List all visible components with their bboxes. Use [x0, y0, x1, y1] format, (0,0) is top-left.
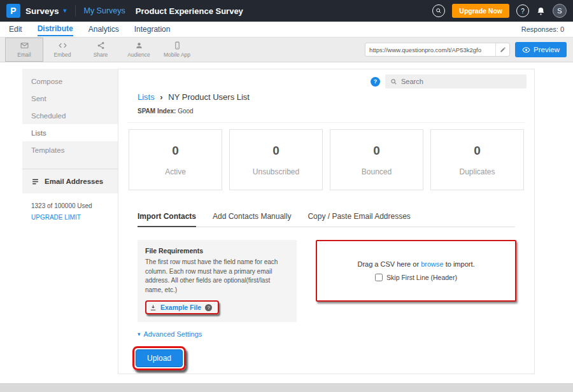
stat-card-active: 0 Active [129, 129, 222, 190]
channel-share[interactable]: Share [81, 38, 120, 62]
preview-label: Preview [534, 46, 560, 53]
sidebar-item-templates[interactable]: Templates [22, 141, 118, 158]
advanced-settings-link[interactable]: ▾ Advanced Settings [138, 330, 202, 338]
csv-dropzone[interactable]: Drag a CSV here or browse to import. Ski… [316, 240, 516, 302]
header-actions: Upgrade Now ? S [432, 4, 567, 18]
tab-copy-paste-email-addresses[interactable]: Copy / Paste Email Addresses [308, 212, 410, 227]
stat-card-bounced: 0 Bounced [330, 129, 423, 190]
tab-edit[interactable]: Edit [9, 23, 22, 36]
chevron-down-icon: ▼ [62, 8, 68, 14]
channel-email-label: Email [17, 52, 31, 58]
tab-distribute[interactable]: Distribute [38, 22, 73, 36]
content-area: Compose Sent Scheduled Lists Templates E… [0, 62, 573, 383]
download-icon [150, 304, 157, 311]
stat-card-unsubscribed: 0 Unsubscribed [229, 129, 323, 190]
channel-embed-label: Embed [54, 52, 71, 58]
breadcrumb-separator: › [160, 92, 162, 102]
dropzone-text-suffix: to import. [446, 260, 475, 268]
my-surveys-link[interactable]: My Surveys [83, 6, 125, 15]
sidebar-item-lists[interactable]: Lists [22, 124, 118, 141]
survey-nav: Edit Distribute Analytics Integration Re… [0, 22, 573, 37]
brand-logo[interactable]: P [6, 4, 20, 18]
list-lines-icon [31, 178, 39, 186]
stats-row: 0 Active 0 Unsubscribed 0 Bounced 0 Dupl… [127, 122, 525, 197]
channel-audience[interactable]: Audience [120, 38, 158, 62]
panel-top-bar: ? [118, 69, 534, 88]
top-header: P Surveys ▼ My Surveys Product Experienc… [0, 0, 573, 22]
notifications-bell-icon[interactable] [536, 6, 546, 16]
spam-index: SPAM Index: Good [138, 108, 534, 115]
tab-integration[interactable]: Integration [134, 23, 171, 36]
survey-url-box[interactable] [365, 43, 510, 57]
embed-code-icon [59, 41, 67, 50]
usage-text: 1323 of 100000 Used [31, 202, 118, 209]
breadcrumb-current-list: NY Product Users List [168, 92, 250, 102]
email-icon [20, 41, 29, 50]
dropzone-instructions: Drag a CSV here or browse to import. [357, 260, 474, 268]
channel-embed[interactable]: Embed [43, 38, 81, 62]
stat-card-duplicates: 0 Duplicates [430, 129, 524, 190]
audience-person-icon [135, 41, 143, 50]
stat-value: 0 [373, 144, 380, 158]
survey-url-field[interactable] [365, 46, 495, 53]
panel-help-button[interactable]: ? [371, 77, 380, 87]
example-file-help-icon[interactable]: ? [205, 304, 212, 311]
tab-import-contacts[interactable]: Import Contacts [138, 212, 196, 227]
caret-down-icon: ▾ [138, 331, 141, 337]
channel-email[interactable]: Email [5, 38, 43, 62]
sidebar-item-sent[interactable]: Sent [22, 90, 118, 107]
channel-mobile-app[interactable]: Mobile App [158, 38, 196, 62]
help-icon: ? [374, 78, 378, 85]
stat-value: 0 [474, 144, 481, 158]
contacts-tabs: Import Contacts Add Contacts Manually Co… [138, 212, 515, 227]
stat-label: Unsubscribed [253, 167, 299, 176]
edit-url-button[interactable] [495, 43, 509, 56]
eye-icon [522, 46, 530, 54]
channel-mobile-label: Mobile App [164, 52, 190, 58]
pencil-icon [500, 46, 506, 53]
file-requirements-body: The first row must have the field name f… [145, 258, 289, 295]
survey-title: Product Experience Survey [136, 6, 243, 16]
usage-block: 1323 of 100000 Used UPGRADE LIMIT [22, 193, 118, 221]
skip-first-line-row: Skip First Line (Header) [375, 274, 457, 281]
upload-annotation-highlight: Upload [132, 346, 186, 370]
tab-add-contacts-manually[interactable]: Add Contacts Manually [213, 212, 291, 227]
user-avatar[interactable]: S [553, 4, 567, 18]
stat-value: 0 [172, 144, 179, 158]
sidebar-item-email-addresses[interactable]: Email Addresses [22, 169, 118, 193]
email-addresses-label: Email Addresses [45, 178, 103, 185]
mobile-phone-icon [173, 41, 181, 50]
tab-analytics[interactable]: Analytics [88, 23, 119, 36]
skip-first-line-checkbox[interactable] [375, 274, 383, 281]
header-divider [75, 5, 76, 17]
example-file-label: Example File [160, 304, 201, 311]
breadcrumb-lists-link[interactable]: Lists [138, 92, 155, 102]
preview-button[interactable]: Preview [515, 42, 567, 57]
global-search-button[interactable] [432, 4, 445, 17]
sidebar-spacer [22, 158, 118, 169]
stat-label: Active [165, 167, 186, 176]
sidebar-item-scheduled[interactable]: Scheduled [22, 107, 118, 124]
help-button[interactable]: ? [516, 4, 529, 17]
sidebar-item-compose[interactable]: Compose [22, 73, 118, 90]
dropzone-text-prefix: Drag a CSV here or [357, 260, 419, 268]
browse-link[interactable]: browse [421, 260, 443, 268]
surveys-menu[interactable]: Surveys ▼ [25, 6, 67, 16]
app-window: P Surveys ▼ My Surveys Product Experienc… [0, 0, 573, 392]
import-section: File Requirements The first row must hav… [138, 240, 516, 322]
surveys-menu-label: Surveys [25, 6, 59, 16]
contacts-search-box[interactable] [385, 74, 527, 88]
upgrade-now-button[interactable]: Upgrade Now [452, 4, 509, 18]
example-file-link[interactable]: Example File ? [145, 300, 219, 314]
search-icon [435, 8, 442, 14]
search-input[interactable] [401, 78, 521, 85]
spam-index-label: SPAM Index: [138, 108, 176, 115]
sidebar-menu: Compose Sent Scheduled Lists Templates E… [22, 69, 118, 193]
upgrade-limit-link[interactable]: UPGRADE LIMIT [31, 214, 118, 221]
share-icon [97, 41, 105, 50]
stat-label: Duplicates [459, 167, 495, 176]
responses-count: Responses: 0 [521, 25, 564, 33]
file-requirements-title: File Requirements [145, 247, 289, 255]
upload-button[interactable]: Upload [136, 349, 183, 367]
advanced-settings-label: Advanced Settings [144, 330, 202, 338]
